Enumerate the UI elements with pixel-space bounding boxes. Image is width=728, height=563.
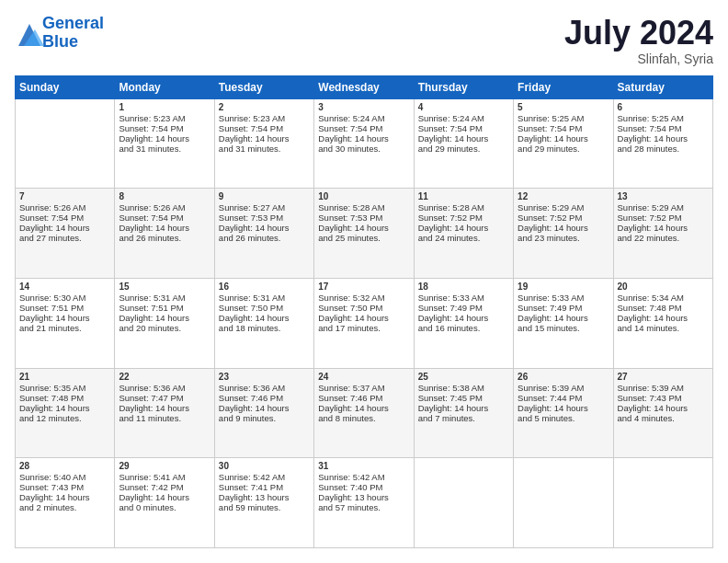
day-info-line: Daylight: 14 hours bbox=[518, 223, 609, 233]
day-info-line: Sunrise: 5:31 AM bbox=[119, 293, 210, 303]
day-number: 29 bbox=[119, 461, 210, 471]
day-info-line: Sunrise: 5:27 AM bbox=[219, 202, 310, 213]
calendar-cell: 29Sunrise: 5:41 AMSunset: 7:42 PMDayligh… bbox=[115, 458, 214, 548]
calendar-cell: 9Sunrise: 5:27 AMSunset: 7:53 PMDaylight… bbox=[214, 189, 313, 279]
calendar-cell: 14Sunrise: 5:30 AMSunset: 7:51 PMDayligh… bbox=[16, 278, 115, 368]
calendar-week-row: 7Sunrise: 5:26 AMSunset: 7:54 PMDaylight… bbox=[16, 189, 713, 279]
calendar-cell: 21Sunrise: 5:35 AMSunset: 7:48 PMDayligh… bbox=[16, 368, 115, 458]
day-number: 21 bbox=[19, 372, 110, 382]
day-info-line: Sunset: 7:50 PM bbox=[318, 303, 409, 313]
calendar-cell: 15Sunrise: 5:31 AMSunset: 7:51 PMDayligh… bbox=[115, 278, 214, 368]
day-info-line: Sunset: 7:41 PM bbox=[219, 482, 310, 492]
calendar-cell: 16Sunrise: 5:31 AMSunset: 7:50 PMDayligh… bbox=[214, 278, 313, 368]
day-info-line: Daylight: 14 hours bbox=[418, 313, 509, 323]
day-info-line: Daylight: 14 hours bbox=[518, 133, 609, 144]
day-info-line: and 8 minutes. bbox=[318, 413, 409, 423]
day-info-line: Daylight: 14 hours bbox=[618, 133, 709, 144]
calendar-cell: 25Sunrise: 5:38 AMSunset: 7:45 PMDayligh… bbox=[414, 368, 513, 458]
day-info-line: Sunrise: 5:26 AM bbox=[119, 202, 210, 213]
month-title: July 2024 bbox=[564, 15, 713, 52]
day-info-line: Sunrise: 5:39 AM bbox=[618, 383, 709, 393]
header: General Blue July 2024 Slinfah, Syria bbox=[15, 15, 713, 66]
calendar-week-row: 28Sunrise: 5:40 AMSunset: 7:43 PMDayligh… bbox=[16, 458, 713, 548]
day-info-line: and 0 minutes. bbox=[119, 502, 210, 512]
day-info-line: Daylight: 14 hours bbox=[318, 223, 409, 233]
day-info-line: and 29 minutes. bbox=[518, 144, 609, 154]
day-info-line: Sunrise: 5:28 AM bbox=[418, 202, 509, 213]
day-info-line: Sunrise: 5:23 AM bbox=[119, 113, 210, 123]
day-info-line: Sunset: 7:43 PM bbox=[19, 482, 110, 492]
day-info-line: Sunset: 7:49 PM bbox=[418, 303, 509, 313]
day-info-line: Daylight: 14 hours bbox=[19, 223, 110, 233]
day-info-line: Sunrise: 5:37 AM bbox=[318, 383, 409, 393]
day-number: 24 bbox=[318, 372, 409, 382]
calendar-cell: 2Sunrise: 5:23 AMSunset: 7:54 PMDaylight… bbox=[214, 98, 313, 189]
day-number: 9 bbox=[219, 191, 310, 201]
calendar-cell: 6Sunrise: 5:25 AMSunset: 7:54 PMDaylight… bbox=[613, 98, 712, 189]
day-info-line: and 29 minutes. bbox=[418, 144, 509, 154]
day-info-line: Sunset: 7:51 PM bbox=[19, 303, 110, 313]
day-number: 28 bbox=[19, 461, 110, 471]
day-number: 19 bbox=[518, 282, 609, 292]
day-info-line: Sunset: 7:42 PM bbox=[119, 482, 210, 492]
day-number: 18 bbox=[418, 282, 509, 292]
day-info-line: and 16 minutes. bbox=[418, 323, 509, 333]
day-info-line: and 23 minutes. bbox=[518, 233, 609, 243]
day-info-line: Sunrise: 5:29 AM bbox=[618, 202, 709, 213]
day-number: 5 bbox=[518, 102, 609, 112]
day-info-line: Sunrise: 5:23 AM bbox=[219, 113, 310, 123]
day-info-line: Sunrise: 5:24 AM bbox=[318, 113, 409, 123]
logo-line2: Blue bbox=[42, 32, 78, 51]
day-info-line: Sunrise: 5:38 AM bbox=[418, 383, 509, 393]
calendar-cell: 20Sunrise: 5:34 AMSunset: 7:48 PMDayligh… bbox=[613, 278, 712, 368]
day-info-line: Sunrise: 5:42 AM bbox=[219, 472, 310, 482]
calendar-week-row: 21Sunrise: 5:35 AMSunset: 7:48 PMDayligh… bbox=[16, 368, 713, 458]
day-info-line: and 30 minutes. bbox=[318, 144, 409, 154]
day-info-line: Sunset: 7:54 PM bbox=[219, 123, 310, 133]
day-number: 23 bbox=[219, 372, 310, 382]
day-info-line: Daylight: 14 hours bbox=[318, 313, 409, 323]
day-info-line: Sunset: 7:50 PM bbox=[219, 303, 310, 313]
day-info-line: and 31 minutes. bbox=[219, 144, 310, 154]
day-info-line: Sunset: 7:54 PM bbox=[19, 213, 110, 223]
day-info-line: Sunset: 7:54 PM bbox=[119, 213, 210, 223]
calendar-col-header: Saturday bbox=[613, 75, 712, 98]
day-number: 22 bbox=[119, 372, 210, 382]
calendar-cell: 4Sunrise: 5:24 AMSunset: 7:54 PMDaylight… bbox=[414, 98, 513, 189]
day-info-line: Daylight: 14 hours bbox=[518, 313, 609, 323]
day-info-line: Daylight: 14 hours bbox=[618, 223, 709, 233]
day-info-line: Sunset: 7:52 PM bbox=[418, 213, 509, 223]
day-info-line: Sunset: 7:49 PM bbox=[518, 303, 609, 313]
calendar-cell: 11Sunrise: 5:28 AMSunset: 7:52 PMDayligh… bbox=[414, 189, 513, 279]
day-info-line: and 7 minutes. bbox=[418, 413, 509, 423]
calendar-cell: 8Sunrise: 5:26 AMSunset: 7:54 PMDaylight… bbox=[115, 189, 214, 279]
day-info-line: and 2 minutes. bbox=[19, 502, 110, 512]
calendar-cell bbox=[514, 458, 613, 548]
day-info-line: Daylight: 14 hours bbox=[119, 223, 210, 233]
day-info-line: and 14 minutes. bbox=[618, 323, 709, 333]
day-number: 30 bbox=[219, 461, 310, 471]
day-number: 12 bbox=[518, 191, 609, 201]
calendar-col-header: Sunday bbox=[16, 75, 115, 98]
day-info-line: Sunset: 7:54 PM bbox=[318, 123, 409, 133]
day-info-line: Daylight: 14 hours bbox=[19, 313, 110, 323]
calendar-cell bbox=[16, 98, 115, 189]
day-info-line: and 22 minutes. bbox=[618, 233, 709, 243]
day-info-line: and 59 minutes. bbox=[219, 502, 310, 512]
page: General Blue July 2024 Slinfah, Syria Su… bbox=[0, 0, 728, 563]
day-info-line: Daylight: 14 hours bbox=[618, 313, 709, 323]
day-number: 10 bbox=[318, 191, 409, 201]
calendar-cell: 26Sunrise: 5:39 AMSunset: 7:44 PMDayligh… bbox=[514, 368, 613, 458]
day-info-line: Sunrise: 5:33 AM bbox=[418, 293, 509, 303]
day-info-line: Daylight: 14 hours bbox=[119, 133, 210, 144]
day-info-line: and 26 minutes. bbox=[219, 233, 310, 243]
day-info-line: Sunset: 7:40 PM bbox=[318, 482, 409, 492]
calendar-cell: 17Sunrise: 5:32 AMSunset: 7:50 PMDayligh… bbox=[314, 278, 414, 368]
day-info-line: Sunrise: 5:30 AM bbox=[19, 293, 110, 303]
day-info-line: Sunset: 7:52 PM bbox=[618, 213, 709, 223]
day-info-line: and 17 minutes. bbox=[318, 323, 409, 333]
calendar-cell: 3Sunrise: 5:24 AMSunset: 7:54 PMDaylight… bbox=[314, 98, 414, 189]
day-info-line: Daylight: 14 hours bbox=[219, 313, 310, 323]
day-number: 27 bbox=[618, 372, 709, 382]
calendar-week-row: 1Sunrise: 5:23 AMSunset: 7:54 PMDaylight… bbox=[16, 98, 713, 189]
